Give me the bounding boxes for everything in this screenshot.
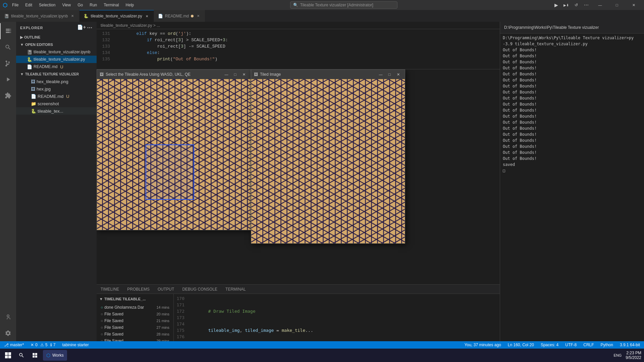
activity-explorer[interactable] [0,23,16,39]
menu-file[interactable]: File [10,3,20,7]
menu-terminal[interactable]: Terminal [102,3,121,7]
status-language[interactable]: Python [599,341,614,349]
activity-settings[interactable] [0,325,16,341]
sidebar: Explorer 📄+ ⋯ ▶ OUTLINE ▼ OPEN EDITORS 📓… [16,22,97,341]
readme-u-badge: U [66,94,69,99]
tab-ipynb-close[interactable]: ✕ [70,13,75,19]
status-remote-user[interactable]: You, 37 minutes ago [463,341,502,349]
terminal-cursor-line: □ [503,168,641,174]
outline-label: OUTLINE [24,35,40,39]
file-hex-tileable[interactable]: 🖼 hex_tileable.png [16,78,97,85]
timeline-item-0[interactable]: ○ done Gholamreza Dar 14 mins [99,304,171,311]
timeline-item-4-time: 28 mins [156,332,169,336]
bottom-tab-problems[interactable]: PROBLEMS [123,285,154,294]
status-encoding[interactable]: UTF-8 [564,341,578,349]
selector-window[interactable]: 🖼 Select the Tileable Area Using WASD, U… [97,69,251,230]
sidebar-more-icon[interactable]: ⋯ [87,24,93,31]
project-header[interactable]: ▼ TILEABLE TEXTURE VIZUALIZER [16,70,97,78]
timeline-item-5[interactable]: ○ File Saved 29 mins [99,338,171,341]
timeline-item-1[interactable]: ○ File Saved 20 mins [99,311,171,317]
taskbar-vscode-app[interactable]: ⬡ Works [43,350,67,361]
timeline-item-4[interactable]: ○ File Saved 28 mins [99,331,171,338]
selector-minimize-btn[interactable]: — [222,71,230,78]
timeline-item-1-time: 20 mins [156,312,169,316]
title-search-bar[interactable]: 🔍 Tileable Texture vizualizer [Administr… [290,1,397,9]
bottom-tab-debug[interactable]: DEBUG CONSOLE [178,285,221,294]
bottom-tab-terminal[interactable]: TERMINAL [221,285,250,294]
status-spaces[interactable]: Spaces: 4 [539,341,560,349]
status-errors[interactable]: ✕ 0 ⚠ 5 ℹ 7 [29,341,57,349]
main-layout: Explorer 📄+ ⋯ ▶ OUTLINE ▼ OPEN EDITORS 📓… [0,22,644,341]
task-view-btn[interactable] [30,350,40,361]
tiled-close-btn[interactable]: ✕ [394,71,402,78]
minimize-button[interactable]: — [592,0,608,10]
open-editor-item-readme[interactable]: 📄 README.md U [16,63,97,70]
tiled-minimize-btn[interactable]: — [377,71,385,78]
file-hex-jpg-icon: 🖼 [31,86,35,92]
maximize-button[interactable]: □ [609,0,625,10]
activity-search[interactable] [0,39,16,55]
file-tileable-py[interactable]: 🐍 tileable_tex... [16,107,97,115]
status-position[interactable]: Ln 160, Col 20 [506,341,535,349]
activity-remote[interactable] [0,309,16,325]
file-readme[interactable]: 📄 README.md U [16,93,97,100]
tiled-window-title-left: 🖼 Tiled Image [254,72,281,77]
timeline-item-3[interactable]: ○ File Saved 27 mins [99,324,171,331]
debug-run-button[interactable]: ▶⬇ [561,0,571,10]
taskbar-right: ENG 2:23 PM 9/5/2022 [613,351,641,360]
status-line-ending[interactable]: CRLF [582,341,595,349]
file-tree: 🖼 hex_tileable.png 🖼 hex.jpg 📄 README.md… [16,78,97,341]
status-python-version[interactable]: 3.9.1 64-bit [619,341,641,349]
timeline-item-0-label: done Gholamreza Dar [104,305,156,310]
tab-py[interactable]: 🐍 tileable_texture_vizualizer.py ✕ [79,10,154,22]
timeline-chevron-icon: ▼ [99,297,103,301]
menu-run[interactable]: Run [88,3,99,7]
activity-run-debug[interactable] [0,71,16,87]
tab-py-close[interactable]: ✕ [144,13,150,19]
terminal-out-16: Out of Bounds! [503,137,641,143]
run-button[interactable]: ▶ [551,0,561,10]
timeline-item-2[interactable]: ○ File Saved 21 mins [99,317,171,324]
tiled-maximize-btn[interactable]: □ [385,71,393,78]
selector-maximize-btn[interactable]: □ [231,71,239,78]
code-top: 131132133134135 elif key == ord('j'): if… [97,29,500,69]
file-tileable-py-label: tileable_tex... [38,109,63,114]
file-hex-jpg[interactable]: 🖼 hex.jpg [16,85,97,93]
selector-window-controls: — □ ✕ [222,71,248,78]
bottom-tab-output[interactable]: OUTPUT [154,285,178,294]
open-editor-item-ipynb[interactable]: 📓 tileable_texture_vizualizer.ipynb [16,48,97,56]
tab-ipynb[interactable]: 📓 tileable_texture_vizualizer.ipynb ✕ [0,10,79,22]
sidebar-new-file-icon[interactable]: 📄+ [77,24,86,31]
menu-edit[interactable]: Edit [23,3,34,7]
status-branch[interactable]: ⎇ master* [3,341,25,349]
menu-help[interactable]: Help [124,3,136,7]
file-hex-jpg-label: hex.jpg [37,86,51,92]
terminal-content[interactable]: D:\Programming\Works\Py\Tileable Texture… [500,34,644,341]
open-editors-header[interactable]: ▼ OPEN EDITORS [16,41,97,48]
menu-go[interactable]: Go [75,3,85,7]
activity-extensions[interactable] [0,87,16,104]
editor-column: tileable_texture_vizualizer.py > ... 131… [97,22,500,341]
tiled-window[interactable]: 🖼 Tiled Image — □ ✕ [251,69,405,244]
taskbar-search-btn[interactable] [16,350,27,361]
bottom-tab-timeline[interactable]: TIMELINE [97,285,123,294]
taskbar-language[interactable]: ENG [613,353,622,357]
status-tabnine[interactable]: tabinine starter [61,341,90,349]
selector-close-btn[interactable]: ✕ [240,71,248,78]
tab-readme[interactable]: 📄 README.md ✕ [154,10,205,22]
open-editor-readme-label: README.md [34,64,57,69]
activity-source-control[interactable] [0,55,16,71]
open-editor-item-py[interactable]: 🐍 tileable_texture_vizualizer.py [16,56,97,63]
outline-header[interactable]: ▶ OUTLINE [16,34,97,41]
more-toolbar[interactable]: ⋯ [582,0,591,10]
start-button[interactable] [3,350,13,361]
code-text-top[interactable]: elif key == ord('j'): if roi_rect[3] > S… [113,31,500,68]
close-button[interactable]: ✕ [626,0,641,10]
menu-view[interactable]: View [60,3,73,7]
terminal-out-12: Out of Bounds! [503,113,641,119]
file-screenshot[interactable]: 📁 screenshot [16,100,97,107]
menu-selection[interactable]: Selection [37,3,57,7]
tab-readme-close[interactable]: ✕ [196,13,201,19]
restart-button[interactable]: ↺ [572,0,581,10]
bottom-code-section[interactable]: 170171172173174175176177 # Draw Tiled Im… [174,294,500,341]
